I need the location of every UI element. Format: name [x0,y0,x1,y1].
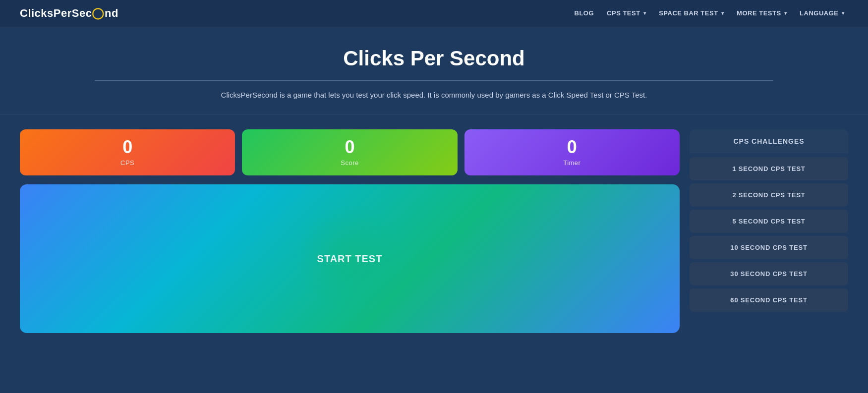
timer-value: 0 [567,138,577,156]
main-content: 0 CPS 0 Score 0 Timer START TEST CPS CHA… [0,114,868,348]
challenge-item-60s[interactable]: 60 SECOND CPS TEST [690,288,848,312]
challenges-header: CPS CHALLENGES [690,129,848,153]
nav-links: BLOG CPS TEST ▾ SPACE BAR TEST ▾ MORE TE… [571,6,848,20]
stat-cards: 0 CPS 0 Score 0 Timer [20,129,680,175]
right-panel: CPS CHALLENGES 1 SECOND CPS TEST 2 SECON… [690,129,848,333]
challenge-item-1s[interactable]: 1 SECOND CPS TEST [690,157,848,180]
blog-link[interactable]: BLOG [571,6,598,20]
score-label: Score [341,159,358,167]
challenge-item-30s[interactable]: 30 SECOND CPS TEST [690,262,848,285]
challenge-list: 1 SECOND CPS TEST 2 SECOND CPS TEST 5 SE… [690,153,848,316]
timer-label: Timer [563,159,580,167]
start-test-label: START TEST [317,253,383,265]
challenge-item-10s[interactable]: 10 SECOND CPS TEST [690,236,848,259]
chevron-down-icon: ▾ [721,10,724,16]
nav-item-cps-test[interactable]: CPS TEST ▾ [603,6,650,20]
nav-item-more-tests[interactable]: MORE TESTS ▾ [733,6,791,20]
hero-divider [95,80,773,81]
page-title: Clicks Per Second [10,47,858,70]
click-area[interactable]: START TEST [20,184,680,333]
cps-test-link[interactable]: CPS TEST ▾ [603,6,650,20]
timer-card: 0 Timer [464,129,680,175]
navbar: ClicksPerSec◯nd BLOG CPS TEST ▾ SPACE BA… [0,0,868,27]
language-link[interactable]: LANGUAGE ▾ [796,6,848,20]
challenge-item-5s[interactable]: 5 SECOND CPS TEST [690,210,848,233]
logo-text: ClicksPerSec◯nd [20,7,118,20]
cps-label: CPS [120,159,134,167]
hero-section: Clicks Per Second ClicksPerSecond is a g… [0,27,868,114]
cps-value: 0 [122,138,132,156]
chevron-down-icon: ▾ [842,10,845,16]
chevron-down-icon: ▾ [643,10,646,16]
chevron-down-icon: ▾ [784,10,787,16]
more-tests-link[interactable]: MORE TESTS ▾ [733,6,791,20]
nav-item-language[interactable]: LANGUAGE ▾ [796,6,848,20]
challenge-item-2s[interactable]: 2 SECOND CPS TEST [690,183,848,207]
space-bar-test-link[interactable]: SPACE BAR TEST ▾ [655,6,728,20]
score-card: 0 Score [242,129,457,175]
nav-item-blog[interactable]: BLOG [571,6,598,20]
left-panel: 0 CPS 0 Score 0 Timer START TEST [20,129,680,333]
score-value: 0 [345,138,354,156]
cps-card: 0 CPS [20,129,235,175]
logo[interactable]: ClicksPerSec◯nd [20,7,118,20]
hero-description: ClicksPerSecond is a game that lets you … [211,91,657,99]
nav-item-space-bar-test[interactable]: SPACE BAR TEST ▾ [655,6,728,20]
